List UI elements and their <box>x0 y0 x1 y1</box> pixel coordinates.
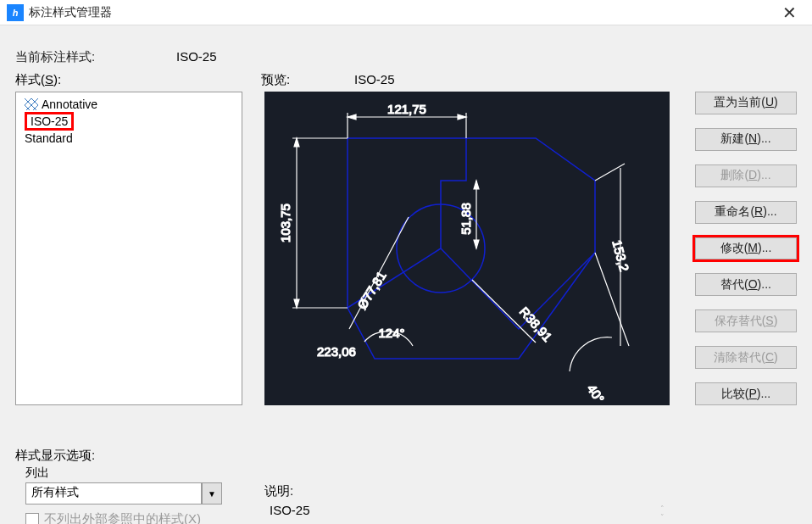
dim-dia: Ø77,81 <box>354 269 388 312</box>
scroll-down-icon[interactable]: ˅ <box>654 513 670 521</box>
svg-marker-9 <box>474 240 479 248</box>
compare-button[interactable]: 比较(P)... <box>695 382 797 405</box>
app-icon: h <box>7 4 24 21</box>
rename-button[interactable]: 重命名(R)... <box>695 201 797 224</box>
chevron-down-icon: ▼ <box>208 489 216 499</box>
modify-button[interactable]: 修改(M)... <box>695 237 797 260</box>
new-button[interactable]: 新建(N)... <box>695 128 797 151</box>
window-title: 标注样式管理器 <box>29 5 774 20</box>
dim-top: 121,75 <box>387 102 426 116</box>
style-item-standard[interactable]: Standard <box>23 130 235 147</box>
preview-panel: 121,75 103,75 51,88 153,2 Ø77,81 R38 <box>264 92 670 405</box>
save-override-button: 保存替代(S) <box>695 309 797 332</box>
preview-label: 预览: <box>261 72 354 88</box>
svg-marker-5 <box>294 138 299 147</box>
dim-223: 223,06 <box>317 344 356 359</box>
dim-left: 103,75 <box>278 203 292 242</box>
svg-marker-8 <box>474 181 479 189</box>
description-value: ISO-25 <box>270 503 310 517</box>
style-item-label: Standard <box>25 131 73 145</box>
style-listbox[interactable]: Annotative ISO-25 Standard <box>15 92 242 405</box>
set-current-button[interactable]: 置为当前(U) <box>695 92 797 114</box>
current-style-value: ISO-25 <box>176 49 217 65</box>
description-label: 说明: <box>264 483 670 499</box>
list-filter-combo[interactable]: 所有样式 <box>25 482 202 504</box>
external-ref-checkbox[interactable] <box>25 513 39 525</box>
delete-button: 删除(D)... <box>695 164 797 187</box>
style-item-label: Annotative <box>42 98 97 111</box>
combo-dropdown-button[interactable]: ▼ <box>202 482 222 504</box>
dim-r38: R38,91 <box>517 304 555 344</box>
svg-marker-3 <box>458 114 466 120</box>
clear-override-button: 清除替代(C) <box>695 346 797 369</box>
description-box: ISO-25 ˄ ˅ <box>264 501 670 524</box>
style-item-iso25[interactable]: ISO-25 <box>23 113 235 130</box>
dim-40: 40° <box>585 382 608 405</box>
style-item-label: ISO-25 <box>25 112 74 131</box>
external-ref-label: 不列出外部参照中的样式(X) <box>44 511 201 524</box>
display-options-label: 样式显示选项: <box>15 448 242 464</box>
styles-label: 样式(S): <box>15 72 261 88</box>
override-button[interactable]: 替代(O)... <box>695 273 797 296</box>
list-out-label: 列出 <box>25 465 242 481</box>
close-icon[interactable]: ✕ <box>774 3 805 23</box>
current-style-label: 当前标注样式: <box>15 49 176 65</box>
svg-marker-6 <box>294 299 299 308</box>
svg-marker-2 <box>348 114 356 120</box>
preview-style-name: ISO-25 <box>354 72 395 88</box>
dim-153: 153,2 <box>609 238 631 273</box>
dim-124: 124° <box>378 326 404 340</box>
scroll-up-icon[interactable]: ˄ <box>654 504 670 513</box>
style-item-annotative[interactable]: Annotative <box>23 96 235 113</box>
annotative-icon <box>25 98 38 110</box>
dim-51: 51,88 <box>459 203 473 235</box>
